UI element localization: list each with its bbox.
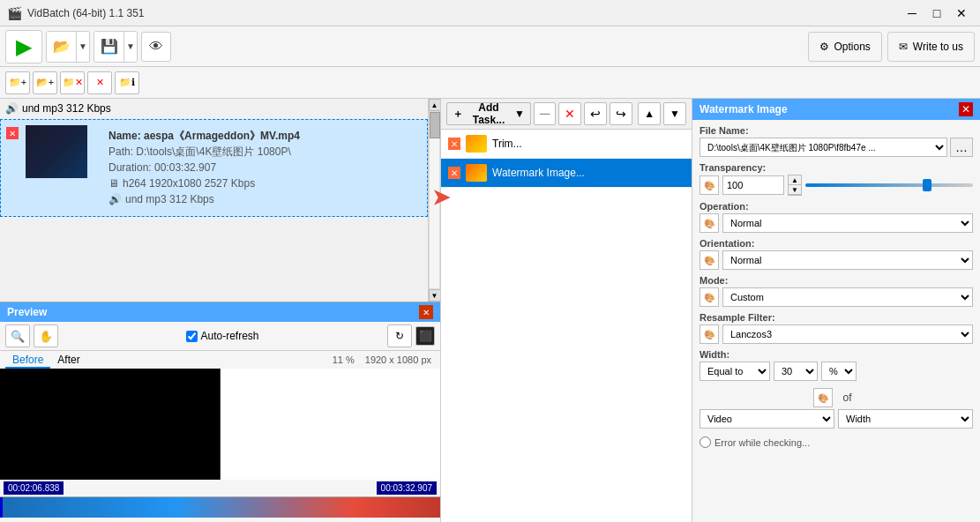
titlebar: 🎬 VidBatch (64-bit) 1.1 351 ─ □ ✕: [0, 0, 980, 26]
task-panel: ＋ Add Task... ▼ ─ ✕ ↩ ↪ ▲ ▼ ✕ Trim... ✕: [441, 99, 692, 522]
app-title: VidBatch (64-bit) 1.1 351: [27, 7, 145, 19]
zoom-in-button[interactable]: 🔍: [5, 324, 30, 347]
minimize-button[interactable]: ─: [901, 4, 924, 22]
task-item-watermark[interactable]: ✕ Watermark Image... ➤: [441, 159, 692, 188]
video-select[interactable]: Video Canvas: [699, 409, 834, 429]
browse-button[interactable]: …: [950, 138, 973, 157]
timeline-start: 00:02:06.838: [4, 481, 64, 495]
width-equal-select[interactable]: Equal to Less than: [699, 362, 770, 381]
watermark-close-btn[interactable]: ✕: [959, 102, 973, 116]
transparency-controls: 🎨 ▲ ▼: [699, 175, 973, 196]
maximize-button[interactable]: □: [925, 4, 948, 22]
mode-row: Mode: 🎨 Custom Fit Fill: [699, 275, 973, 307]
pan-button[interactable]: ✋: [34, 324, 58, 347]
preview-timeline[interactable]: [0, 496, 440, 518]
auto-refresh-checkbox[interactable]: [186, 331, 198, 342]
resample-select[interactable]: Lanczos3 Bilinear Bicubic: [722, 324, 973, 344]
clear-button[interactable]: ✕: [87, 71, 112, 94]
play-button[interactable]: ▶: [5, 30, 42, 63]
remove-file-button[interactable]: 📁✕: [60, 71, 85, 94]
close-button[interactable]: ✕: [950, 4, 973, 22]
watermark-panel: Watermark Image ✕ File Name: D:\tools\桌面…: [692, 99, 980, 522]
width2-icon-btn[interactable]: 🎨: [813, 388, 833, 407]
write-to-us-button[interactable]: ✉ Write to us: [887, 32, 975, 62]
orientation-icon-btn[interactable]: 🎨: [699, 250, 719, 270]
codec-icon: 🖥: [108, 175, 119, 191]
preview-close-button[interactable]: ✕: [419, 305, 433, 319]
mode-select[interactable]: Custom Fit Fill: [722, 287, 973, 307]
mode-icon-btn[interactable]: 🎨: [699, 287, 719, 307]
width-unit-select[interactable]: % px: [821, 362, 857, 381]
task-remove-button[interactable]: ─: [534, 102, 556, 125]
orientation-select[interactable]: Normal Flip Horizontal Flip Vertical: [722, 250, 973, 270]
main-content: 🔊 und mp3 312 Kbps ✕ Name: aespa《Armaged…: [0, 99, 980, 522]
file-close-button[interactable]: ✕: [6, 127, 19, 139]
preview-controls: 🔍 ✋ Auto-refresh ↻ ⬛: [0, 322, 440, 351]
task-delete-button[interactable]: ✕: [558, 102, 581, 125]
preview-canvas: [0, 369, 440, 480]
transparency-down-button[interactable]: ▼: [789, 185, 801, 195]
width-controls: Equal to Less than 30 % px: [699, 362, 973, 381]
file-panel: 🔊 und mp3 312 Kbps ✕ Name: aespa《Armaged…: [0, 99, 441, 522]
transparency-slider[interactable]: [805, 183, 973, 187]
error-radio[interactable]: [699, 436, 711, 448]
app-icon: 🎬: [7, 6, 22, 20]
operation-icon-btn[interactable]: 🎨: [699, 213, 719, 233]
options-button[interactable]: ⚙ Options: [808, 32, 882, 62]
filename-select[interactable]: D:\tools\桌面\4K壁纸图片 1080P\f8fb47e ...: [699, 138, 947, 157]
refresh-button[interactable]: ↻: [387, 324, 412, 347]
auto-refresh-label: Auto-refresh: [200, 330, 258, 342]
preview-button[interactable]: 👁: [141, 32, 171, 62]
open-button[interactable]: 📂: [47, 32, 77, 62]
width-value-select[interactable]: 30: [774, 362, 818, 381]
file-item-audio[interactable]: 🔊 und mp3 312 Kbps: [0, 99, 428, 119]
operation-select[interactable]: Normal Multiply Screen: [722, 213, 973, 233]
resample-icon-btn[interactable]: 🎨: [699, 324, 719, 344]
tab-after[interactable]: After: [50, 353, 86, 369]
file-list-area: 🔊 und mp3 312 Kbps ✕ Name: aespa《Armaged…: [0, 99, 440, 302]
add-folder-button[interactable]: 📂+: [33, 71, 57, 94]
save-button[interactable]: 💾: [94, 32, 124, 62]
open-dropdown-button[interactable]: ▼: [77, 32, 89, 62]
transparency-up-button[interactable]: ▲: [789, 175, 801, 185]
resample-row: Resample Filter: 🎨 Lanczos3 Bilinear Bic…: [699, 312, 973, 344]
task-up-button[interactable]: ▲: [638, 102, 661, 125]
add-task-label: Add Task...: [467, 101, 511, 126]
before-canvas: [0, 369, 221, 480]
transparency-input[interactable]: [722, 175, 784, 195]
add-file-button[interactable]: 📁+: [5, 71, 30, 94]
width-row: Width: Equal to Less than 30 % px: [699, 349, 973, 381]
dim-select[interactable]: Width Height: [838, 409, 973, 429]
operation-label: Operation:: [699, 201, 973, 212]
transparency-icon-btn[interactable]: 🎨: [699, 175, 719, 195]
main-toolbar: ▶ 📂 ▼ 💾 ▼ 👁 ⚙ Options ✉ Write to us: [0, 26, 980, 67]
audio-icon: 🔊: [5, 102, 19, 115]
trim-label: Trim...: [492, 138, 685, 150]
watermark-close-button[interactable]: ✕: [448, 167, 460, 179]
file-list[interactable]: 🔊 und mp3 312 Kbps ✕ Name: aespa《Armaged…: [0, 99, 428, 302]
file-codec: 🖥 h264 1920x1080 2527 Kbps: [108, 175, 300, 191]
timeline-cursor: [0, 497, 3, 518]
task-redo-button[interactable]: ↪: [610, 102, 632, 125]
info-button[interactable]: 📁ℹ: [115, 71, 139, 94]
scroll-down-button[interactable]: ▼: [429, 289, 441, 302]
file-path: Path: D:\tools\桌面\4K壁纸图片 1080P\: [108, 144, 300, 160]
settings-button[interactable]: ⬛: [415, 326, 435, 346]
tab-before[interactable]: Before: [5, 353, 50, 369]
file-info: Name: aespa《Armageddon》MV.mp4 Path: D:\t…: [101, 125, 307, 211]
task-item-trim[interactable]: ✕ Trim...: [441, 130, 692, 159]
file-audio: 🔊 und mp3 312 Kbps: [108, 191, 300, 207]
timeline-end: 00:03:32.907: [377, 481, 437, 495]
file-item-video[interactable]: ✕ Name: aespa《Armageddon》MV.mp4 Path: D:…: [0, 119, 428, 217]
save-dropdown-button[interactable]: ▼: [124, 32, 137, 62]
trim-close-button[interactable]: ✕: [448, 138, 460, 150]
file-duration: Duration: 00:03:32.907: [108, 160, 300, 175]
task-undo-button[interactable]: ↩: [584, 102, 607, 125]
add-task-button[interactable]: ＋ Add Task... ▼: [446, 102, 531, 125]
task-down-button[interactable]: ▼: [663, 102, 686, 125]
of-text: 🎨 of: [699, 386, 973, 409]
scroll-up-button[interactable]: ▲: [429, 99, 441, 111]
operation-input-row: 🎨 Normal Multiply Screen: [699, 213, 973, 233]
task-list: ✕ Trim... ✕ Watermark Image... ➤: [441, 130, 692, 522]
orientation-input-row: 🎨 Normal Flip Horizontal Flip Vertical: [699, 250, 973, 270]
